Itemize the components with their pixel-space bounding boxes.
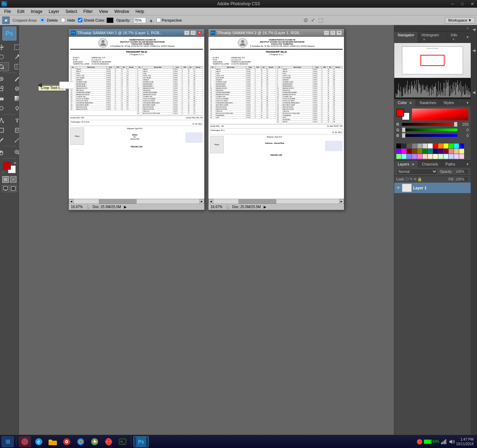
eyedropper-tool[interactable] — [0, 135, 9, 145]
foreground-color-display[interactable] — [396, 109, 404, 117]
scroll-track-1[interactable] — [74, 199, 199, 204]
color-swatch[interactable] — [396, 154, 401, 159]
scroll-right-2[interactable]: ► — [339, 199, 344, 204]
firefox-btn[interactable] — [74, 436, 87, 447]
color-swatch[interactable] — [438, 144, 443, 148]
color-swatch[interactable] — [417, 149, 422, 154]
menu-window[interactable]: Window — [111, 8, 132, 15]
tab-histogram[interactable]: Histogram ✕ — [418, 31, 447, 43]
tab-info[interactable]: Info ✕ — [447, 31, 466, 43]
scroll-track-2[interactable] — [213, 199, 339, 204]
media-btn[interactable] — [60, 436, 73, 447]
foreground-color[interactable] — [3, 162, 11, 170]
eraser-tool[interactable] — [0, 94, 9, 103]
healing-tool[interactable] — [0, 74, 9, 83]
menu-help[interactable]: Help — [133, 8, 147, 15]
tab-navigator[interactable]: Navigator — [394, 31, 418, 43]
blend-mode-select[interactable]: Normal — [396, 169, 438, 175]
color-swatch[interactable] — [423, 149, 427, 154]
histogram-close[interactable]: ✕ — [423, 38, 426, 41]
color-swatch[interactable] — [459, 144, 464, 148]
path-select-tool[interactable] — [0, 116, 9, 125]
doc-close-2[interactable]: ✕ — [336, 30, 342, 35]
start-button[interactable]: ⊞ — [1, 436, 14, 447]
color-swatch[interactable] — [402, 154, 406, 159]
doc-minimize-1[interactable]: ─ — [184, 30, 190, 35]
standard-mode[interactable] — [2, 176, 9, 183]
layers-tab-close[interactable]: ✕ — [412, 163, 414, 166]
quick-mask-mode[interactable] — [10, 176, 17, 183]
doc-minimize-2[interactable]: ─ — [324, 30, 329, 35]
color-tab-close[interactable]: ✕ — [409, 101, 412, 105]
lock-position-icon[interactable]: ✛ — [413, 177, 417, 182]
doc-maximize-1[interactable]: □ — [190, 30, 196, 35]
ps-taskbar-btn[interactable]: Ps — [133, 436, 149, 447]
lasso-tool[interactable] — [0, 52, 9, 61]
blur-tool[interactable] — [0, 104, 9, 113]
default-colors[interactable]: □ — [2, 171, 4, 174]
menu-view[interactable]: View — [96, 8, 111, 15]
delete-radio[interactable] — [40, 18, 45, 22]
hand-tool[interactable] — [0, 148, 9, 157]
opacity-input[interactable] — [133, 17, 146, 23]
scroll-left-2[interactable]: ◄ — [208, 199, 213, 204]
color-swatch[interactable] — [396, 144, 401, 148]
color-swatch[interactable] — [438, 149, 443, 154]
color-swatch[interactable] — [443, 149, 448, 154]
color-swatch[interactable] — [449, 144, 454, 148]
color-swatch[interactable] — [417, 144, 422, 148]
right-edge-btn-3[interactable]: ◀ — [472, 89, 476, 95]
fill-field[interactable] — [455, 177, 469, 182]
color-swatch[interactable] — [449, 154, 454, 159]
doc-maximize-2[interactable]: □ — [330, 30, 336, 35]
cancel-transform-icon[interactable]: ⊘ — [303, 17, 308, 23]
options-extra-icon[interactable]: ⬚ — [318, 17, 323, 23]
terminal-btn[interactable]: >_ — [116, 436, 129, 447]
info-close[interactable]: ✕ — [452, 38, 455, 41]
shield-color-swatch[interactable] — [107, 17, 113, 23]
red-slider[interactable] — [402, 123, 457, 126]
tab-paths[interactable]: Paths — [442, 161, 459, 168]
perspective-checkbox[interactable] — [156, 18, 161, 22]
lock-image-icon[interactable]: ✎ — [410, 177, 413, 182]
lock-transparent-icon[interactable]: ⬡ — [405, 177, 409, 182]
menu-image[interactable]: Image — [28, 8, 45, 15]
doc-hscroll-1[interactable]: ◄ ► — [69, 199, 204, 204]
color-swatch[interactable] — [459, 154, 464, 159]
menu-select[interactable]: Select — [63, 8, 80, 15]
folder-btn[interactable] — [46, 436, 59, 447]
shield-checkbox[interactable] — [78, 18, 82, 22]
globe-btn[interactable] — [102, 436, 115, 447]
color-spectrum[interactable] — [412, 108, 469, 121]
color-swatch[interactable] — [449, 149, 454, 154]
screen-mode-btn[interactable] — [2, 185, 9, 192]
menu-layer[interactable]: Layer — [46, 8, 62, 15]
ie-btn[interactable]: e — [32, 436, 45, 447]
notification-icon[interactable]: 🔴 — [417, 439, 423, 445]
scroll-left-1[interactable]: ◄ — [69, 199, 74, 204]
color-swatch[interactable] — [412, 144, 417, 148]
color-swatch[interactable] — [417, 154, 422, 159]
minimize-button[interactable]: ─ — [448, 0, 457, 8]
menu-file[interactable]: File — [1, 8, 14, 15]
layer-row-1[interactable]: 👁 Layer 1 — [394, 183, 471, 193]
opacity-stepper[interactable]: ▲ — [149, 17, 154, 23]
crop-tool[interactable] — [0, 62, 9, 71]
layers-panel-menu[interactable]: ▼ — [466, 162, 469, 166]
color-swatch[interactable] — [443, 154, 448, 159]
color-swatch[interactable] — [443, 144, 448, 148]
color-swatch[interactable] — [407, 154, 412, 159]
layer-visibility-icon[interactable]: 👁 — [396, 185, 401, 190]
color-swatch[interactable] — [454, 149, 459, 154]
workspace-button[interactable]: Workspace ▼ — [445, 17, 475, 23]
color-swatch[interactable] — [433, 144, 438, 148]
panel-collapse-btn[interactable]: « — [465, 26, 470, 30]
color-swatch[interactable] — [433, 149, 438, 154]
commit-transform-icon[interactable]: ✓ — [311, 17, 315, 23]
full-screen-btn[interactable] — [10, 185, 17, 192]
maximize-button[interactable]: □ — [457, 0, 467, 8]
swap-colors[interactable]: ⇄ — [14, 161, 16, 164]
lock-all-icon[interactable]: 🔒 — [417, 177, 422, 182]
menu-edit[interactable]: Edit — [14, 8, 27, 15]
tab-styles[interactable]: Styles — [440, 99, 458, 106]
